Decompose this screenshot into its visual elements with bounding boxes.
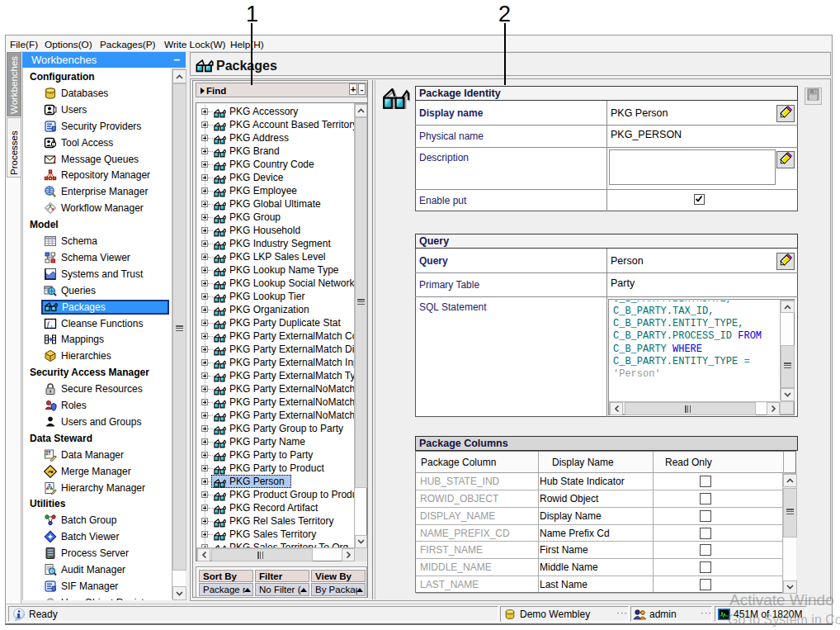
packages-tree-horizontal-scrollbar[interactable] bbox=[196, 547, 366, 561]
sort-header-filter[interactable]: Filter bbox=[255, 570, 309, 582]
tree-item[interactable]: PKG LKP Sales Level bbox=[197, 250, 355, 263]
read-only-checkbox[interactable] bbox=[700, 579, 711, 590]
tree-expand-icon[interactable] bbox=[201, 346, 208, 353]
sort-header-sort-by[interactable]: Sort By bbox=[199, 570, 253, 582]
find-minus-button[interactable]: - bbox=[358, 83, 366, 95]
tree-expand-icon[interactable] bbox=[201, 531, 208, 538]
columns-header-read-only[interactable]: Read Only bbox=[665, 457, 712, 468]
sidebar-item-enterprise-manager[interactable]: Enterprise Manager bbox=[44, 183, 148, 200]
scroll-down-button[interactable] bbox=[355, 535, 367, 548]
save-button[interactable] bbox=[805, 88, 822, 105]
tree-expand-icon[interactable] bbox=[201, 293, 208, 300]
scroll-up-button[interactable] bbox=[781, 301, 795, 313]
sidebar-item-systems-and-trust[interactable]: Systems and Trust bbox=[44, 266, 143, 282]
tree-item[interactable]: PKG Party ExternalNoMatch bbox=[197, 382, 355, 396]
tree-expand-icon[interactable] bbox=[201, 148, 208, 154]
tree-item[interactable]: PKG Address bbox=[197, 131, 355, 144]
scroll-track[interactable] bbox=[173, 571, 186, 586]
tab-workbenches[interactable]: Workbenches bbox=[7, 52, 21, 116]
scroll-right-button[interactable] bbox=[342, 548, 355, 561]
tree-item[interactable]: PKG Party Name bbox=[197, 435, 355, 448]
scroll-track[interactable] bbox=[313, 549, 342, 561]
sidebar-item-mappings[interactable]: Mappings bbox=[44, 331, 104, 348]
sidebar-item-process-server[interactable]: Process Server bbox=[44, 545, 129, 561]
sidebar-item-message-queues[interactable]: Message Queues bbox=[44, 151, 139, 168]
sidebar-item-data-manager[interactable]: Data Manager bbox=[44, 447, 124, 463]
sidebar-item-sif-manager[interactable]: SIF Manager bbox=[44, 578, 118, 594]
tree-expand-icon[interactable] bbox=[201, 452, 208, 458]
scroll-left-button[interactable] bbox=[197, 548, 210, 561]
menu-item-file-f[interactable]: File(F) bbox=[10, 39, 38, 50]
tree-expand-icon[interactable] bbox=[201, 320, 208, 326]
tree-expand-icon[interactable] bbox=[201, 174, 208, 181]
sidebar-item-schema[interactable]: Schema bbox=[44, 233, 97, 249]
scroll-right-button[interactable] bbox=[767, 402, 780, 415]
tree-item[interactable]: PKG Party Duplicate Stat bbox=[197, 316, 355, 329]
tree-item[interactable]: PKG Global Ultimate bbox=[197, 197, 355, 211]
scroll-up-button[interactable] bbox=[172, 69, 186, 83]
sql-vertical-scrollbar[interactable] bbox=[780, 300, 794, 400]
sql-horizontal-scrollbar[interactable] bbox=[609, 401, 780, 414]
scroll-track[interactable] bbox=[781, 313, 794, 345]
table-row[interactable]: NAME_PREFIX_CDName Prefix Cd bbox=[416, 525, 795, 542]
read-only-checkbox[interactable] bbox=[700, 544, 711, 556]
tree-expand-icon[interactable] bbox=[201, 214, 208, 220]
query-edit-button[interactable] bbox=[776, 253, 795, 270]
tree-item[interactable]: PKG Employee bbox=[197, 184, 355, 197]
tree-expand-icon[interactable] bbox=[201, 306, 208, 313]
tree-expand-icon[interactable] bbox=[201, 504, 208, 511]
table-row[interactable]: FIRST_NAMEFirst Name bbox=[416, 542, 795, 559]
sidebar-item-users[interactable]: Users bbox=[44, 102, 87, 118]
sidebar-item-secure-resources[interactable]: Secure Resources bbox=[44, 381, 143, 397]
sidebar-item-batch-viewer[interactable]: Batch Viewer bbox=[44, 528, 119, 545]
sidebar-item-batch-group[interactable]: Batch Group bbox=[44, 512, 116, 528]
read-only-checkbox[interactable] bbox=[700, 510, 711, 522]
scroll-up-button[interactable] bbox=[355, 104, 367, 117]
table-row[interactable]: HUB_STATE_INDHub State Indicator bbox=[416, 473, 795, 490]
scroll-left-button[interactable] bbox=[610, 402, 623, 415]
menu-item-options-o[interactable]: Options(O) bbox=[45, 39, 92, 50]
tree-item[interactable]: PKG Rel Sales Territory bbox=[197, 514, 355, 528]
tree-item[interactable]: PKG Account Based Territory bbox=[197, 118, 355, 131]
tree-expand-icon[interactable] bbox=[201, 267, 208, 273]
sidebar-item-merge-manager[interactable]: Merge Manager bbox=[44, 463, 131, 480]
tree-expand-icon[interactable] bbox=[201, 187, 208, 194]
tree-item[interactable]: PKG Party ExternalMatch Typ bbox=[197, 369, 355, 382]
tree-expand-icon[interactable] bbox=[201, 491, 208, 498]
sidebar-item-repository-manager[interactable]: Repository Manager bbox=[44, 167, 150, 183]
tree-item[interactable]: PKG Group bbox=[197, 211, 355, 224]
sidebar-item-user-object-registry[interactable]: User Object Registry bbox=[44, 594, 153, 600]
tree-item[interactable]: PKG Sales Territory bbox=[197, 528, 355, 541]
tree-expand-icon[interactable] bbox=[201, 121, 208, 128]
sidebar-item-cleanse-functions[interactable]: fxCleanse Functions bbox=[44, 315, 143, 332]
tree-item[interactable]: PKG Party ExternalMatch Dis bbox=[197, 343, 355, 356]
tree-item[interactable]: PKG Product Group to Produc bbox=[197, 488, 355, 501]
table-row[interactable]: MIDDLE_NAMEMiddle Name bbox=[416, 559, 795, 576]
packages-tree-vertical-scrollbar[interactable] bbox=[354, 103, 366, 547]
tree-expand-icon[interactable] bbox=[201, 425, 208, 432]
scroll-track[interactable] bbox=[756, 403, 767, 414]
tree-item[interactable]: PKG Party ExternalNoMatch bbox=[197, 396, 355, 409]
sort-value-0[interactable]: Package n... bbox=[199, 583, 253, 596]
description-edit-button[interactable] bbox=[776, 151, 795, 168]
tree-expand-icon[interactable] bbox=[201, 201, 208, 207]
sidebar-item-queries[interactable]: Queries bbox=[44, 282, 96, 299]
sidebar-item-audit-manager[interactable]: Audit Manager bbox=[44, 561, 125, 578]
tree-item[interactable]: PKG Device bbox=[197, 171, 355, 184]
read-only-checkbox[interactable] bbox=[700, 561, 711, 573]
tree-expand-icon[interactable] bbox=[201, 518, 208, 524]
sidebar-item-users-and-groups[interactable]: Users and Groups bbox=[44, 414, 141, 430]
display-name-edit-button[interactable] bbox=[776, 105, 795, 122]
tree-expand-icon[interactable] bbox=[201, 478, 208, 485]
tree-item[interactable]: PKG Party ExternalMatch Col bbox=[197, 329, 355, 343]
read-only-checkbox[interactable] bbox=[700, 476, 711, 487]
tree-expand-icon[interactable] bbox=[201, 161, 208, 168]
read-only-checkbox[interactable] bbox=[700, 528, 711, 539]
sidebar-item-security-providers[interactable]: Security Providers bbox=[44, 118, 141, 135]
table-row[interactable]: ROWID_OBJECTRowid Object bbox=[416, 490, 795, 508]
sort-header-view-by[interactable]: View By bbox=[311, 570, 366, 582]
scroll-up-button[interactable] bbox=[783, 474, 797, 487]
tree-item[interactable]: PKG Lookup Social Network bbox=[197, 277, 355, 290]
sidebar-item-databases[interactable]: Databases bbox=[44, 85, 108, 102]
sidebar-item-hierarchy-manager[interactable]: Hierarchy Manager bbox=[44, 480, 145, 496]
